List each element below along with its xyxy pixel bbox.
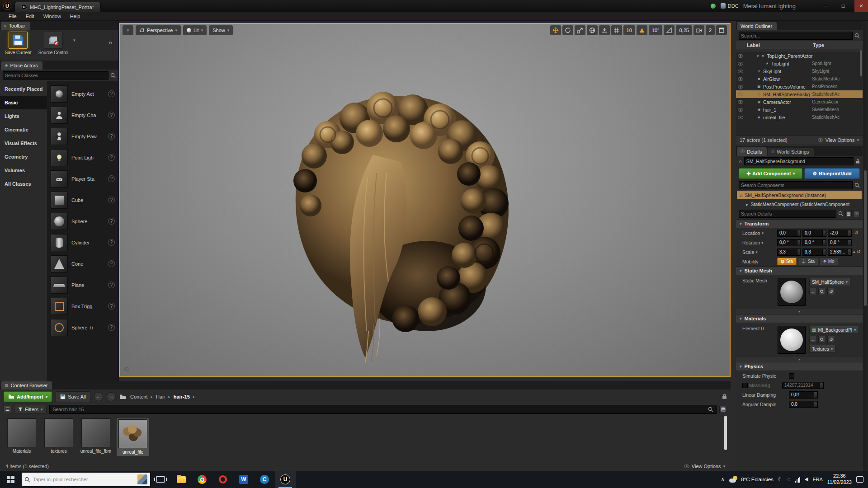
static-mesh-thumbnail[interactable] bbox=[778, 278, 806, 306]
actor-item-box-trigger[interactable]: Box Trigg? bbox=[49, 296, 117, 317]
lit-mode-button[interactable]: Lit ▾ bbox=[183, 25, 207, 35]
actor-item-point-light[interactable]: Point Ligh? bbox=[49, 147, 117, 168]
actor-item-sphere-trigger[interactable]: Sphere Tr? bbox=[49, 317, 117, 338]
task-view-button[interactable] bbox=[150, 471, 171, 488]
expand-caret-icon[interactable]: ▾ bbox=[757, 54, 759, 58]
category-all-classes[interactable]: All Classes bbox=[0, 177, 47, 191]
actor-item-cube[interactable]: Cube? bbox=[49, 189, 117, 211]
location-label[interactable]: Location▾ bbox=[742, 230, 776, 236]
outliner-row[interactable]: ◉ CameraActor CameraActor bbox=[736, 98, 863, 106]
tray-location-icon[interactable]: ◌ bbox=[788, 476, 791, 483]
back-button[interactable]: ← bbox=[94, 392, 103, 401]
scale-snap-button[interactable] bbox=[664, 25, 675, 35]
actor-item-empty-actor[interactable]: Empty Act? bbox=[49, 83, 117, 104]
start-button[interactable] bbox=[0, 471, 22, 488]
materials-section-header[interactable]: ▾Materials bbox=[736, 314, 863, 323]
save-all-button[interactable]: Save All bbox=[56, 391, 90, 402]
scale-tool-button[interactable] bbox=[575, 25, 585, 35]
source-control-dropdown-icon[interactable]: ▾ bbox=[73, 38, 75, 42]
surface-snap-button[interactable] bbox=[599, 25, 610, 35]
reset-location-icon[interactable]: ↺ bbox=[853, 230, 859, 236]
location-z-field[interactable]: -2,0 bbox=[828, 230, 852, 237]
linear-damping-field[interactable]: 0,01 bbox=[789, 391, 818, 399]
tray-moon-icon[interactable]: ☾ bbox=[778, 476, 783, 483]
tab-place-actors[interactable]: ✚ Place Actors bbox=[1, 61, 42, 70]
static-mesh-dropdown[interactable]: SM_HalfSphere▾ bbox=[809, 278, 850, 286]
mobility-stationary-button[interactable]: ⚓Sta bbox=[798, 258, 818, 265]
scale-y-field[interactable]: 3,3 bbox=[802, 249, 826, 256]
viewport[interactable]: ▾ Perspective ▾ Lit ▾ Show ▾ bbox=[119, 23, 731, 377]
static-mesh-expander[interactable]: ▾ bbox=[736, 309, 863, 314]
help-icon[interactable]: ? bbox=[108, 112, 115, 118]
help-icon[interactable]: ? bbox=[108, 218, 115, 225]
search-components-input[interactable] bbox=[739, 181, 853, 189]
category-lights[interactable]: Lights bbox=[0, 109, 47, 123]
category-recently-placed[interactable]: Recently Placed bbox=[0, 82, 47, 96]
chrome-button[interactable] bbox=[192, 471, 212, 488]
material-thumbnail[interactable] bbox=[778, 326, 806, 354]
material-dropdown[interactable]: ▦MI_BackgoundPl▾ bbox=[809, 326, 859, 334]
show-flags-button[interactable]: Show ▾ bbox=[209, 25, 233, 35]
asset-tile-textures[interactable]: textures bbox=[42, 418, 75, 454]
outliner-row[interactable]: ▾ ★ TopLight_ParentActor bbox=[736, 52, 863, 60]
outliner-row[interactable]: ◆ hair_1 SkeletalMesh bbox=[736, 106, 863, 113]
category-cinematic[interactable]: Cinematic bbox=[0, 123, 47, 136]
tray-volume-icon[interactable] bbox=[805, 477, 808, 482]
static-mesh-component-row[interactable]: ▸ StaticMeshComponent (StaticMeshCompone… bbox=[736, 200, 863, 208]
lock-icon[interactable] bbox=[722, 394, 727, 399]
scale-z-field[interactable]: 2,539... bbox=[828, 249, 852, 256]
actor-item-player-start[interactable]: Player Sta? bbox=[49, 168, 117, 189]
visibility-eye-icon[interactable] bbox=[738, 70, 743, 73]
actor-item-cylinder[interactable]: Cylinder? bbox=[49, 232, 117, 253]
weather-widget[interactable]: 8°C Éclaircies bbox=[729, 476, 774, 483]
viewport-options-dropdown[interactable]: ▾ bbox=[123, 25, 133, 35]
translate-tool-button[interactable] bbox=[550, 25, 561, 35]
outliner-column-headers[interactable]: Label Type bbox=[736, 41, 863, 49]
physics-section-header[interactable]: ▾Physics bbox=[736, 362, 863, 371]
menu-edit[interactable]: Edit bbox=[22, 13, 38, 20]
rotate-tool-button[interactable] bbox=[562, 25, 573, 35]
maximize-button[interactable]: □ bbox=[836, 0, 850, 12]
outliner-row[interactable]: ■ unreal_file StaticMeshAc bbox=[736, 113, 863, 121]
ddc-indicator[interactable]: DDC bbox=[721, 3, 739, 9]
outliner-view-options-button[interactable]: View Options ▾ bbox=[818, 137, 859, 143]
c-app-button[interactable]: C bbox=[254, 471, 275, 488]
reset-asset-button[interactable]: ↺ bbox=[827, 288, 835, 295]
help-icon[interactable]: ? bbox=[108, 260, 115, 267]
help-icon[interactable]: ? bbox=[108, 197, 115, 203]
rotation-y-field[interactable]: 0,0 ° bbox=[802, 239, 826, 246]
menu-file[interactable]: File bbox=[5, 13, 21, 20]
tab-world-settings[interactable]: ⊕ World Settings bbox=[768, 148, 814, 156]
actor-item-plane[interactable]: Plane? bbox=[49, 274, 117, 296]
visibility-eye-icon[interactable] bbox=[738, 108, 743, 112]
asset-tile-unreal-file-fbm[interactable]: unreal_file_fbm bbox=[80, 418, 112, 454]
forward-button[interactable]: → bbox=[107, 392, 116, 401]
view-options-eye-button[interactable] bbox=[854, 210, 860, 217]
search-highlight-icon[interactable] bbox=[137, 474, 147, 484]
visibility-eye-icon[interactable] bbox=[738, 62, 743, 66]
help-icon[interactable]: ? bbox=[108, 90, 115, 97]
blueprint-add-button[interactable]: ⚙ Blueprint/Add bbox=[804, 168, 860, 179]
source-control-button[interactable]: Source Control bbox=[38, 32, 69, 55]
content-search-input[interactable] bbox=[52, 407, 705, 412]
sources-panel-button[interactable]: ☰ bbox=[4, 406, 11, 413]
asset-tile-unreal-file[interactable]: unreal_file bbox=[117, 418, 149, 456]
opera-button[interactable] bbox=[212, 471, 233, 488]
tab-toolbar[interactable]: ▸ Toolbar bbox=[1, 22, 30, 30]
browse-asset-button[interactable] bbox=[818, 336, 826, 343]
clock[interactable]: 22:36 11/02/2023 bbox=[827, 473, 852, 486]
visibility-eye-icon[interactable] bbox=[738, 116, 743, 119]
add-component-button[interactable]: ✚ Add Component ▾ bbox=[739, 168, 802, 179]
maximize-viewport-button[interactable] bbox=[716, 25, 727, 35]
mobility-movable-button[interactable]: ✥Mo bbox=[820, 258, 838, 265]
transform-section-header[interactable]: ▾Transform bbox=[736, 219, 863, 228]
angular-damping-field[interactable]: 0,0 bbox=[789, 401, 818, 408]
rotation-z-field[interactable]: 0,0 ° bbox=[828, 239, 852, 246]
help-icon[interactable]: ? bbox=[108, 154, 115, 161]
grid-snap-button[interactable] bbox=[611, 25, 622, 35]
actor-item-empty-pawn[interactable]: Empty Paw? bbox=[49, 126, 117, 147]
language-indicator[interactable]: FRA bbox=[813, 477, 823, 482]
search-details-input[interactable] bbox=[739, 210, 836, 218]
mobility-static-button[interactable]: Sta bbox=[777, 258, 797, 265]
component-instance-row[interactable]: ⌂ SM_HalfSphereBackground (Instance) bbox=[737, 191, 862, 199]
